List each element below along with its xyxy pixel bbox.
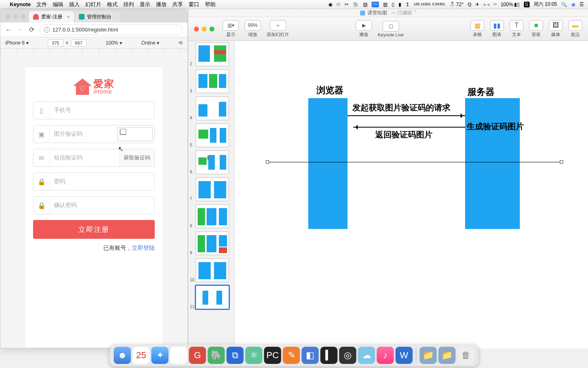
sms-field[interactable]: ✉ 短信验证码 获取验证码 (33, 149, 155, 167)
password-confirm-input[interactable]: 确认密码 (50, 197, 154, 214)
reload-button[interactable]: ⟳ (28, 26, 35, 34)
add-slide-button[interactable]: ＋添加幻灯片 (267, 20, 289, 38)
tab-close-icon[interactable]: × (67, 14, 70, 20)
forward-button[interactable]: → (17, 26, 23, 34)
media-button[interactable]: 🖼媒体 (549, 20, 563, 38)
server-box[interactable] (465, 98, 520, 229)
throttle-select[interactable]: Online ▾ (141, 40, 159, 46)
site-info-icon[interactable]: i (44, 27, 50, 33)
chrome-icon[interactable]: ◉ (170, 347, 187, 364)
menu-window[interactable]: 窗口 (189, 1, 199, 8)
clock[interactable]: 周六 10:05 (534, 1, 557, 8)
app-icon[interactable]: G (189, 347, 206, 364)
password-confirm-field[interactable]: 🔒 确认密码 (33, 196, 155, 214)
dock[interactable]: ☻ 25 ✦ ◉ G 🐘 ⧉ ⚛ PC ✎ ◧ ▍ ◎ ☁ ♪ W 📁 📁 🗑 (110, 344, 479, 366)
spotlight-icon[interactable]: 🔍 (561, 2, 567, 7)
menu-help[interactable]: 帮助 (205, 1, 216, 8)
tray-icon[interactable]: ↥ (405, 2, 410, 7)
phone-field[interactable]: ▯ 手机号 (33, 101, 155, 119)
slide-thumb-10[interactable]: 10 (196, 258, 231, 282)
menu-slide[interactable]: 幻灯片 (85, 1, 101, 8)
scissors-icon[interactable]: ✂ (345, 2, 349, 7)
edited-indicator[interactable]: — 已编辑 ˅ (391, 9, 416, 16)
menu-file[interactable]: 文件 (36, 1, 47, 8)
window-controls[interactable] (4, 14, 29, 22)
word-icon[interactable]: W (396, 347, 413, 364)
folder-icon[interactable]: 📁 (439, 347, 456, 364)
safari-icon[interactable]: ✦ (151, 347, 169, 364)
tray-icon[interactable]: ▤ (363, 2, 368, 7)
menu-edit[interactable]: 编辑 (53, 1, 63, 8)
trash-icon[interactable]: 🗑 (457, 347, 474, 364)
slide-thumb-11[interactable]: 11 (196, 285, 231, 309)
battery-status[interactable]: 100% ▮▯ (501, 2, 520, 7)
music-icon[interactable]: ♪ (377, 347, 394, 364)
slide-thumb-3[interactable]: 3 (196, 70, 231, 93)
notification-center-icon[interactable]: ☰ (579, 2, 584, 7)
slide-canvas[interactable]: 浏览器 服务器 发起获取图片验证码的请求 生成验证码图片 返回验证码图片 (235, 41, 588, 348)
captcha-image[interactable] (118, 127, 153, 141)
shape-button[interactable]: ■形状 (529, 20, 543, 38)
wifi-icon[interactable]: ⌔ (494, 2, 497, 7)
menu-view[interactable]: 显示 (140, 1, 150, 8)
tab-active[interactable]: 爱家-注册 × (29, 11, 74, 22)
selection-handle[interactable] (560, 160, 563, 164)
slide-thumb-6[interactable]: 6 (196, 150, 231, 174)
menu-insert[interactable]: 插入 (69, 1, 80, 8)
login-link[interactable]: 立即登陆 (132, 245, 155, 251)
device-select[interactable]: iPhone 6 ▾ (5, 40, 29, 46)
tray-icon[interactable]: ▯ (392, 2, 394, 7)
arrow-right[interactable] (347, 115, 465, 116)
selection-handle[interactable] (266, 160, 269, 164)
back-button[interactable]: ← (5, 26, 12, 34)
status-icon[interactable]: ◉ (328, 2, 332, 7)
tab-inactive[interactable]: 管理控制台 (75, 11, 120, 22)
tray-icon[interactable]: ℚ (468, 2, 471, 7)
tray-icon[interactable]: ▮ (399, 2, 401, 7)
tray-icon[interactable]: ‹··› (483, 2, 490, 7)
slide-thumb-7[interactable]: 7 (196, 177, 231, 201)
app-icon[interactable]: ◧ (302, 347, 319, 364)
phone-input[interactable]: 手机号 (50, 102, 154, 119)
input-source[interactable]: S (524, 2, 530, 7)
slide-navigator[interactable]: 234567891011 (188, 41, 235, 348)
get-code-button[interactable]: 获取验证码 (119, 149, 154, 166)
menu-arrange[interactable]: 排列 (123, 1, 134, 8)
sms-input[interactable]: 短信验证码 (50, 149, 119, 166)
url-field[interactable]: i 127.0.0.1:5000/register.html (40, 25, 183, 35)
rotate-icon[interactable]: ⟲ (178, 40, 183, 46)
status-icon[interactable]: ⟳ (336, 2, 341, 7)
zoom-select[interactable]: 100% ▾ (106, 40, 122, 46)
image-captcha-input[interactable]: 图片验证码 (50, 126, 116, 143)
browser-box[interactable] (308, 98, 347, 229)
slide-thumb-9[interactable]: 9 (196, 231, 231, 255)
comment-button[interactable]: ▬批注 (568, 20, 582, 38)
tray-icon[interactable]: 〰 (372, 2, 379, 7)
folder-icon[interactable]: 📁 (420, 347, 437, 364)
pycharm-icon[interactable]: PC (264, 347, 281, 364)
play-button[interactable]: ▶播放 (356, 20, 372, 38)
weather-icon[interactable]: ⛄72° (449, 2, 463, 7)
tray-icon[interactable]: ▥ (383, 2, 388, 7)
height-input[interactable]: 667 (71, 39, 87, 47)
password-field[interactable]: 🔒 密码 (33, 173, 155, 191)
window-controls[interactable] (194, 27, 214, 31)
view-button[interactable]: ▥▾显示 (223, 20, 239, 38)
terminal-icon[interactable]: ▍ (321, 347, 338, 364)
menu-format[interactable]: 格式 (107, 1, 118, 8)
tray-icon[interactable]: ✈ (475, 2, 479, 7)
obs-icon[interactable]: ◎ (339, 347, 356, 364)
text-button[interactable]: T文本 (510, 20, 523, 38)
register-button[interactable]: 立即注册 (33, 220, 155, 239)
evernote-icon[interactable]: 🐘 (208, 347, 225, 364)
selected-line[interactable] (267, 162, 561, 162)
siri-icon[interactable]: ◉ (571, 2, 575, 7)
image-captcha-field[interactable]: ▣ 图片验证码 (33, 125, 155, 143)
atom-icon[interactable]: ⚛ (245, 347, 263, 364)
width-input[interactable]: 375 (48, 39, 63, 47)
finder-icon[interactable]: ☻ (114, 347, 131, 364)
chart-button[interactable]: ▮▮图表 (490, 20, 504, 38)
slide-thumb-2[interactable]: 2 (196, 43, 231, 66)
table-button[interactable]: ▦表格 (470, 20, 484, 38)
zoom-button[interactable]: 99%缩放 (245, 20, 261, 38)
